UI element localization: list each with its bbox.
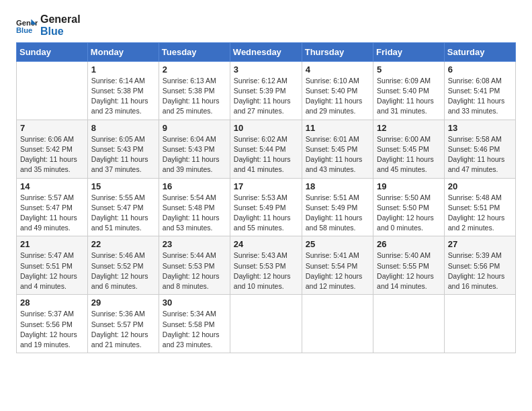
calendar-cell: 3Sunrise: 6:12 AMSunset: 5:39 PMDaylight…	[230, 61, 302, 120]
calendar-header-monday: Monday	[87, 42, 159, 61]
day-info: Sunrise: 5:43 AMSunset: 5:53 PMDaylight:…	[234, 250, 298, 291]
day-number: 13	[448, 123, 512, 133]
day-info: Sunrise: 5:55 AMSunset: 5:47 PMDaylight:…	[91, 193, 155, 234]
calendar-header-row: SundayMondayTuesdayWednesdayThursdayFrid…	[17, 42, 516, 61]
day-number: 5	[377, 64, 441, 75]
calendar-cell: 23Sunrise: 5:44 AMSunset: 5:53 PMDayligh…	[159, 236, 230, 295]
logo-general: General	[40, 13, 81, 26]
day-number: 4	[306, 64, 369, 75]
day-number: 25	[306, 239, 369, 249]
calendar-cell: 20Sunrise: 5:48 AMSunset: 5:51 PMDayligh…	[444, 178, 515, 236]
day-info: Sunrise: 6:01 AMSunset: 5:45 PMDaylight:…	[306, 134, 369, 175]
calendar-cell: 13Sunrise: 5:58 AMSunset: 5:46 PMDayligh…	[444, 120, 515, 178]
calendar-cell: 10Sunrise: 6:02 AMSunset: 5:44 PMDayligh…	[230, 120, 302, 178]
calendar-cell: 26Sunrise: 5:40 AMSunset: 5:55 PMDayligh…	[373, 236, 445, 295]
calendar-cell	[373, 295, 445, 353]
day-number: 9	[163, 123, 226, 133]
day-number: 19	[377, 181, 441, 191]
day-number: 26	[377, 239, 441, 249]
day-info: Sunrise: 5:34 AMSunset: 5:58 PMDaylight:…	[163, 309, 226, 350]
calendar-cell: 21Sunrise: 5:47 AMSunset: 5:51 PMDayligh…	[17, 236, 88, 295]
day-info: Sunrise: 5:50 AMSunset: 5:50 PMDaylight:…	[377, 193, 441, 234]
calendar-cell: 7Sunrise: 6:06 AMSunset: 5:42 PMDaylight…	[17, 120, 88, 178]
calendar-cell: 2Sunrise: 6:13 AMSunset: 5:38 PMDaylight…	[159, 61, 230, 120]
calendar-header-wednesday: Wednesday	[230, 42, 302, 61]
day-number: 7	[20, 123, 84, 133]
day-info: Sunrise: 6:12 AMSunset: 5:39 PMDaylight:…	[234, 76, 298, 117]
calendar-week-1: 1Sunrise: 6:14 AMSunset: 5:38 PMDaylight…	[17, 61, 516, 120]
calendar-cell	[17, 61, 88, 120]
page-header: General Blue General Blue	[16, 13, 516, 38]
calendar-cell: 14Sunrise: 5:57 AMSunset: 5:47 PMDayligh…	[17, 178, 88, 236]
day-number: 18	[306, 181, 369, 191]
calendar-cell: 15Sunrise: 5:55 AMSunset: 5:47 PMDayligh…	[87, 178, 159, 236]
calendar-table: SundayMondayTuesdayWednesdayThursdayFrid…	[16, 42, 516, 353]
calendar-week-3: 14Sunrise: 5:57 AMSunset: 5:47 PMDayligh…	[17, 178, 516, 236]
calendar-header-sunday: Sunday	[17, 42, 88, 61]
calendar-cell: 8Sunrise: 6:05 AMSunset: 5:43 PMDaylight…	[87, 120, 159, 178]
day-number: 20	[448, 181, 512, 191]
calendar-week-2: 7Sunrise: 6:06 AMSunset: 5:42 PMDaylight…	[17, 120, 516, 178]
day-info: Sunrise: 6:13 AMSunset: 5:38 PMDaylight:…	[163, 76, 226, 117]
calendar-cell: 12Sunrise: 6:00 AMSunset: 5:45 PMDayligh…	[373, 120, 445, 178]
calendar-cell: 24Sunrise: 5:43 AMSunset: 5:53 PMDayligh…	[230, 236, 302, 295]
day-number: 30	[163, 298, 226, 308]
day-info: Sunrise: 5:36 AMSunset: 5:57 PMDaylight:…	[91, 309, 155, 350]
calendar-cell: 27Sunrise: 5:39 AMSunset: 5:56 PMDayligh…	[444, 236, 515, 295]
calendar-cell: 30Sunrise: 5:34 AMSunset: 5:58 PMDayligh…	[159, 295, 230, 353]
calendar-cell: 5Sunrise: 6:09 AMSunset: 5:40 PMDaylight…	[373, 61, 445, 120]
day-info: Sunrise: 5:40 AMSunset: 5:55 PMDaylight:…	[377, 250, 441, 291]
calendar-header-saturday: Saturday	[444, 42, 515, 61]
calendar-week-5: 28Sunrise: 5:37 AMSunset: 5:56 PMDayligh…	[17, 295, 516, 353]
day-number: 11	[306, 123, 369, 133]
calendar-cell	[444, 295, 515, 353]
calendar-cell: 25Sunrise: 5:41 AMSunset: 5:54 PMDayligh…	[302, 236, 373, 295]
day-info: Sunrise: 5:44 AMSunset: 5:53 PMDaylight:…	[163, 250, 226, 291]
day-info: Sunrise: 5:58 AMSunset: 5:46 PMDaylight:…	[448, 134, 512, 175]
day-number: 22	[91, 239, 155, 249]
day-info: Sunrise: 6:08 AMSunset: 5:41 PMDaylight:…	[448, 76, 512, 117]
day-number: 23	[163, 239, 226, 249]
day-number: 6	[448, 64, 512, 75]
day-info: Sunrise: 6:00 AMSunset: 5:45 PMDaylight:…	[377, 134, 441, 175]
day-number: 16	[163, 181, 226, 191]
day-info: Sunrise: 6:14 AMSunset: 5:38 PMDaylight:…	[91, 76, 155, 117]
calendar-week-4: 21Sunrise: 5:47 AMSunset: 5:51 PMDayligh…	[17, 236, 516, 295]
calendar-cell: 18Sunrise: 5:51 AMSunset: 5:49 PMDayligh…	[302, 178, 373, 236]
day-number: 3	[234, 64, 298, 75]
day-info: Sunrise: 6:05 AMSunset: 5:43 PMDaylight:…	[91, 134, 155, 175]
logo-icon: General Blue	[16, 15, 38, 36]
calendar-cell: 29Sunrise: 5:36 AMSunset: 5:57 PMDayligh…	[87, 295, 159, 353]
day-info: Sunrise: 6:04 AMSunset: 5:43 PMDaylight:…	[163, 134, 226, 175]
calendar-header-thursday: Thursday	[302, 42, 373, 61]
day-info: Sunrise: 6:06 AMSunset: 5:42 PMDaylight:…	[20, 134, 84, 175]
day-info: Sunrise: 5:39 AMSunset: 5:56 PMDaylight:…	[448, 250, 512, 291]
calendar-cell: 1Sunrise: 6:14 AMSunset: 5:38 PMDaylight…	[87, 61, 159, 120]
day-info: Sunrise: 6:02 AMSunset: 5:44 PMDaylight:…	[234, 134, 298, 175]
day-info: Sunrise: 5:41 AMSunset: 5:54 PMDaylight:…	[306, 250, 369, 291]
day-number: 24	[234, 239, 298, 249]
calendar-header-tuesday: Tuesday	[159, 42, 230, 61]
day-info: Sunrise: 5:53 AMSunset: 5:49 PMDaylight:…	[234, 193, 298, 234]
calendar-cell: 17Sunrise: 5:53 AMSunset: 5:49 PMDayligh…	[230, 178, 302, 236]
calendar-cell	[230, 295, 302, 353]
calendar-cell: 9Sunrise: 6:04 AMSunset: 5:43 PMDaylight…	[159, 120, 230, 178]
day-info: Sunrise: 5:48 AMSunset: 5:51 PMDaylight:…	[448, 193, 512, 234]
calendar-cell: 19Sunrise: 5:50 AMSunset: 5:50 PMDayligh…	[373, 178, 445, 236]
day-number: 14	[20, 181, 84, 191]
svg-text:Blue: Blue	[16, 27, 32, 35]
day-number: 29	[91, 298, 155, 308]
day-info: Sunrise: 5:54 AMSunset: 5:48 PMDaylight:…	[163, 193, 226, 234]
day-number: 1	[91, 64, 155, 75]
logo-blue: Blue	[40, 26, 81, 38]
day-number: 27	[448, 239, 512, 249]
calendar-cell: 16Sunrise: 5:54 AMSunset: 5:48 PMDayligh…	[159, 178, 230, 236]
day-number: 21	[20, 239, 84, 249]
calendar-cell: 22Sunrise: 5:46 AMSunset: 5:52 PMDayligh…	[87, 236, 159, 295]
calendar-header-friday: Friday	[373, 42, 445, 61]
calendar-cell: 4Sunrise: 6:10 AMSunset: 5:40 PMDaylight…	[302, 61, 373, 120]
day-number: 15	[91, 181, 155, 191]
day-info: Sunrise: 6:10 AMSunset: 5:40 PMDaylight:…	[306, 76, 369, 117]
day-info: Sunrise: 5:37 AMSunset: 5:56 PMDaylight:…	[20, 309, 84, 350]
day-info: Sunrise: 5:46 AMSunset: 5:52 PMDaylight:…	[91, 250, 155, 291]
